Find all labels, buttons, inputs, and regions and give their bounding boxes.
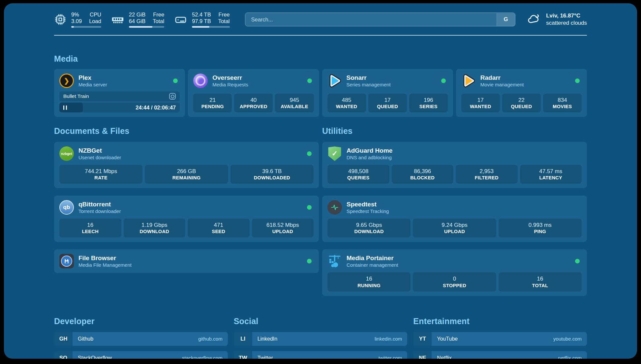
stat-leech: 16 LEECH: [59, 219, 121, 237]
search-input[interactable]: [245, 13, 516, 26]
topbar-separator: [54, 35, 587, 36]
top-bar: 9% 3.09 CPU Load: [54, 11, 587, 28]
memory-icon: [111, 13, 124, 26]
cpu-chip-icon: [54, 13, 67, 26]
service-name: Speedtest: [347, 200, 389, 208]
disk-stat: 52.4 TB 97.9 TB Free Total: [174, 11, 229, 28]
service-card-portainer: Media Portainer Container management 16 …: [322, 249, 587, 296]
bookmark-domain: netflix.com: [558, 355, 582, 359]
stat-downloaded: 39.6 TB DOWNLOADED: [230, 165, 314, 184]
service-card-sonarr: Sonarr Series management 485 WANTED 17 Q…: [322, 69, 453, 117]
status-dot: [575, 259, 580, 263]
bookmark-name: Github: [78, 336, 93, 342]
service-link-radarr[interactable]: Radarr Movie management: [461, 74, 582, 88]
service-card-speedtest: Speedtest Speedtest Tracking 9.65 Gbps D…: [322, 196, 587, 242]
bookmark-domain: twitter.com: [379, 355, 402, 359]
service-subtitle: Series management: [347, 82, 391, 88]
bookmark-domain: linkedin.com: [375, 336, 402, 342]
service-link-portainer[interactable]: Media Portainer Container management: [327, 254, 582, 268]
service-name: Overseerr: [212, 74, 248, 82]
stat-ping: 0.993 ms PING: [499, 219, 582, 237]
service-name: Plex: [78, 74, 107, 82]
cloud-icon: [527, 12, 541, 27]
bookmark-netflix[interactable]: NF Netflix netflix.com: [413, 351, 587, 359]
stat-approved: 40 APPROVED: [234, 94, 273, 112]
radarr-icon: [461, 74, 476, 88]
bookmark-stackoverflow[interactable]: SO StackOverflow stackoverflow.com: [54, 351, 228, 359]
now-playing-row: Bullet Train: [59, 91, 180, 101]
disk-progress-bar: [192, 26, 229, 28]
stat-remaining: 266 GB REMAINING: [145, 165, 228, 184]
weather-condition: scattered clouds: [546, 19, 587, 27]
stat-wanted: 485 WANTED: [327, 94, 366, 112]
weather-widget: Lviv, 16.87°C scattered clouds: [527, 12, 587, 27]
service-card-filebrowser: File Browser Media File Management: [54, 249, 319, 273]
system-stats: 9% 3.09 CPU Load: [54, 11, 230, 28]
bookmark-group-social: Social LI LinkedIn linkedin.com TW Twitt…: [234, 317, 408, 359]
stat-latency: 47.57 ms LATENCY: [520, 165, 582, 184]
status-dot: [441, 78, 446, 83]
qbittorrent-icon: qb: [59, 200, 74, 215]
status-dot: [307, 205, 312, 210]
service-link-qbittorrent[interactable]: qb qBittorrent Torrent downloader: [59, 200, 314, 215]
memory-total-label: Total: [153, 18, 164, 24]
stat-download: 9.65 Gbps DOWNLOAD: [327, 219, 411, 237]
service-name: Media Portainer: [347, 254, 398, 262]
section-title-social: Social: [234, 317, 408, 326]
memory-free-value: 22 GiB: [129, 11, 145, 18]
bookmark-twitter[interactable]: TW Twitter twitter.com: [234, 351, 408, 359]
status-dot: [173, 78, 178, 83]
disk-free-label: Free: [218, 11, 230, 18]
playback-progress-row: 24:44 / 02:06:47: [59, 103, 180, 112]
bookmark-github[interactable]: GH Github github.com: [54, 332, 228, 346]
service-subtitle: Torrent downloader: [78, 208, 121, 215]
stat-available: 945 AVAILABLE: [275, 94, 314, 112]
memory-total-value: 64 GiB: [129, 18, 145, 24]
service-link-nzbget[interactable]: nzbget NZBGet Usenet downloader: [59, 146, 314, 161]
service-subtitle: Speedtest Tracking: [347, 208, 389, 215]
bookmark-name: StackOverflow: [78, 355, 112, 359]
pause-button[interactable]: [63, 106, 67, 110]
stat-filtered: 2,953 FILTERED: [456, 165, 518, 184]
plex-icon: ❯: [59, 74, 74, 88]
weather-location-temp: Lviv, 16.87°C: [546, 12, 587, 19]
service-link-sonarr[interactable]: Sonarr Series management: [327, 74, 448, 88]
overseerr-icon: [193, 74, 208, 88]
service-link-adguard[interactable]: ✓ AdGuard Home DNS and adblocking: [327, 146, 582, 161]
disk-icon: [174, 13, 187, 26]
service-subtitle: Container management: [347, 262, 398, 268]
bookmark-name: Netflix: [437, 355, 451, 359]
section-title-developer: Developer: [54, 317, 228, 326]
cpu-progress-bar: [71, 26, 101, 28]
adguard-shield-icon: ✓: [327, 146, 342, 161]
bookmark-name: YouTube: [437, 336, 458, 342]
section-title-entertainment: Entertainment: [413, 317, 587, 326]
service-card-overseerr: Overseerr Media Requests 21 PENDING 40 A…: [188, 69, 319, 117]
cpu-load-label: Load: [89, 18, 101, 24]
service-link-plex[interactable]: ❯ Plex Media server: [59, 74, 180, 88]
search-engine-button[interactable]: G: [497, 13, 515, 26]
bookmark-group-developer: Developer GH Github github.com SO StackO…: [54, 317, 228, 359]
service-subtitle: Media Requests: [212, 82, 248, 88]
bookmark-domain: github.com: [198, 336, 222, 342]
gear-icon[interactable]: [169, 93, 176, 100]
service-subtitle: DNS and adblocking: [347, 155, 392, 161]
disk-total-label: Total: [218, 18, 230, 24]
bookmark-youtube[interactable]: YT YouTube youtube.com: [413, 332, 587, 346]
bookmark-group-entertainment: Entertainment YT YouTube youtube.com NF …: [413, 317, 587, 359]
cpu-load-value: 3.09: [71, 18, 82, 24]
service-link-filebrowser[interactable]: File Browser Media File Management: [59, 254, 314, 268]
service-card-qbittorrent: qb qBittorrent Torrent downloader 16 LEE…: [54, 196, 319, 242]
stat-blocked: 86,396 BLOCKED: [392, 165, 454, 184]
bookmark-domain: stackoverflow.com: [182, 355, 223, 359]
sonarr-icon: [327, 74, 342, 88]
stat-running: 16 RUNNING: [327, 272, 411, 291]
service-link-speedtest[interactable]: Speedtest Speedtest Tracking: [327, 200, 582, 215]
service-link-overseerr[interactable]: Overseerr Media Requests: [193, 74, 314, 88]
bookmark-name: LinkedIn: [258, 336, 278, 342]
section-title-documents: Documents & Files: [54, 126, 319, 136]
memory-progress-bar: [129, 26, 164, 28]
bookmark-linkedin[interactable]: LI LinkedIn linkedin.com: [234, 332, 408, 346]
service-card-adguard: ✓ AdGuard Home DNS and adblocking 498,50…: [322, 142, 587, 188]
stat-queued: 17 QUEUED: [368, 94, 407, 112]
